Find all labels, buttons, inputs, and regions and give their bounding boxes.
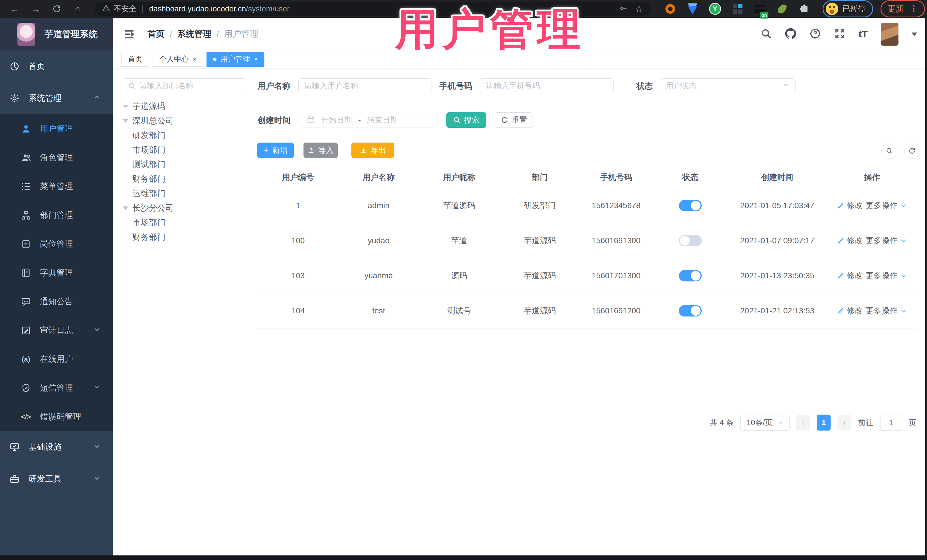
- status-toggle[interactable]: [679, 200, 702, 211]
- sidebar-item-online-users[interactable]: (a) 在线用户: [0, 345, 112, 373]
- edit-link[interactable]: 修改: [837, 270, 863, 281]
- browser-update-button[interactable]: 更新 ⋮: [880, 0, 925, 17]
- extensions-puzzle-icon[interactable]: [799, 3, 810, 15]
- app-logo[interactable]: 芋道管理系统: [0, 18, 112, 50]
- browser-back-icon[interactable]: ←: [8, 2, 21, 15]
- browser-menu-dots-icon[interactable]: ⋮: [909, 6, 918, 11]
- tree-caret-icon[interactable]: [123, 206, 132, 210]
- sidebar-item-sms[interactable]: 短信管理: [0, 373, 112, 402]
- add-button[interactable]: + 新增: [257, 143, 294, 158]
- chevron-up-icon: [93, 94, 101, 103]
- not-secure-label[interactable]: 不安全: [114, 4, 137, 14]
- tree-node[interactable]: 财务部门: [123, 171, 254, 186]
- tab-user-management[interactable]: 用户管理 ×: [207, 52, 264, 67]
- status-toggle[interactable]: [679, 270, 702, 281]
- sidebar-item-system[interactable]: 系统管理: [0, 82, 112, 114]
- extension-leaf-icon[interactable]: [777, 3, 788, 15]
- extension-gem-icon[interactable]: [687, 3, 698, 15]
- search-button[interactable]: 搜索: [447, 112, 486, 128]
- bookmark-star-icon[interactable]: ☆: [635, 3, 643, 15]
- sidebar-item-error-codes[interactable]: </> 错误码管理: [0, 402, 112, 431]
- sidebar-item-departments[interactable]: 部门管理: [0, 201, 112, 229]
- help-icon[interactable]: [810, 28, 821, 41]
- status-select[interactable]: 用户状态: [660, 78, 795, 93]
- extension-green-icon[interactable]: Y: [709, 3, 721, 15]
- browser-home-icon[interactable]: ⌂: [71, 2, 84, 15]
- sidebar-item-posts[interactable]: 岗位管理: [0, 229, 112, 258]
- sidebar-item-audit-log[interactable]: 审计日志: [0, 316, 112, 345]
- more-actions-dropdown[interactable]: 更多操作: [866, 235, 907, 246]
- tree-node[interactable]: 市场部门: [123, 143, 254, 157]
- tree-node-label: 市场部门: [132, 144, 166, 156]
- status-toggle[interactable]: [679, 305, 702, 317]
- tree-caret-icon[interactable]: [123, 119, 132, 123]
- github-icon[interactable]: [785, 28, 796, 41]
- more-actions-dropdown[interactable]: 更多操作: [866, 270, 907, 281]
- show-search-toggle-button[interactable]: [881, 143, 897, 159]
- tree-node[interactable]: 市场部门: [123, 215, 254, 230]
- tree-node[interactable]: 芋道源码: [123, 99, 254, 114]
- tree-node[interactable]: 运维部门: [123, 186, 254, 201]
- pen-icon: [837, 307, 845, 314]
- extension-grid-icon[interactable]: [732, 3, 743, 15]
- close-tab-icon[interactable]: ×: [193, 56, 196, 63]
- password-key-icon[interactable]: [619, 4, 628, 14]
- sidebar-item-label: 部门管理: [40, 209, 73, 221]
- avatar-caret-down-icon[interactable]: [912, 32, 917, 36]
- tree-node[interactable]: 财务部门: [123, 230, 254, 244]
- sidebar-item-home[interactable]: 首页: [0, 50, 112, 82]
- tree-node[interactable]: 长沙分公司: [123, 201, 254, 215]
- status-toggle[interactable]: [679, 235, 702, 246]
- import-button[interactable]: 导入: [304, 143, 338, 158]
- user-icon: [21, 123, 31, 134]
- table-header-row: 用户编号 用户名称 用户昵称 部门 手机号码 状态 创建时间 操作: [257, 167, 917, 188]
- fullscreen-icon[interactable]: [834, 28, 845, 41]
- tree-caret-icon[interactable]: [123, 105, 132, 108]
- user-avatar[interactable]: [881, 23, 898, 46]
- profile-emoji-avatar: [826, 3, 838, 15]
- url-host[interactable]: dashboard.yudao.iocoder.cn: [149, 5, 246, 14]
- tab-profile[interactable]: 个人中心 ×: [153, 52, 203, 67]
- edit-link[interactable]: 修改: [837, 200, 863, 211]
- more-actions-dropdown[interactable]: 更多操作: [866, 200, 907, 211]
- sidebar-item-notices[interactable]: 通知公告: [0, 287, 112, 316]
- date-range-input[interactable]: 开始日期 - 结束日期: [301, 112, 438, 127]
- mobile-input[interactable]: 请输入手机号码: [480, 78, 614, 93]
- sidebar-item-infrastructure[interactable]: 基础设施: [0, 431, 112, 463]
- next-page-button[interactable]: ›: [837, 414, 851, 431]
- search-icon[interactable]: [760, 28, 772, 41]
- more-actions-dropdown[interactable]: 更多操作: [866, 305, 907, 316]
- page-size-select[interactable]: 10条/页: [740, 414, 790, 431]
- browser-reload-icon[interactable]: [50, 2, 63, 15]
- edit-link[interactable]: 修改: [837, 305, 863, 316]
- browser-forward-icon[interactable]: →: [29, 2, 42, 15]
- extension-ring-icon[interactable]: [664, 3, 676, 15]
- extension-list-icon[interactable]: on: [754, 3, 766, 15]
- breadcrumb-home[interactable]: 首页: [147, 28, 164, 40]
- breadcrumb-system[interactable]: 系统管理: [177, 28, 211, 40]
- page-1-button[interactable]: 1: [817, 414, 831, 431]
- hamburger-icon[interactable]: [123, 29, 135, 40]
- export-button[interactable]: 导出: [351, 143, 394, 158]
- tree-node[interactable]: 研发部门: [123, 128, 254, 143]
- sidebar-item-users[interactable]: 用户管理: [0, 114, 112, 143]
- browser-profile-button[interactable]: 已暂停: [823, 0, 873, 17]
- tree-node-label: 市场部门: [132, 217, 166, 228]
- prev-page-button[interactable]: ‹: [796, 414, 810, 431]
- tab-home[interactable]: 首页: [121, 52, 149, 67]
- dept-search-input[interactable]: 请输入部门名称: [123, 78, 245, 93]
- sidebar-item-menus[interactable]: 菜单管理: [0, 172, 112, 201]
- sidebar-item-dev-tools[interactable]: 研发工具: [0, 463, 112, 495]
- edit-link[interactable]: 修改: [837, 235, 863, 246]
- reset-button[interactable]: 重置: [495, 112, 533, 128]
- tree-node[interactable]: 测试部门: [123, 157, 254, 171]
- sidebar-item-roles[interactable]: 角色管理: [0, 143, 112, 172]
- tree-node[interactable]: 深圳总公司: [123, 114, 254, 128]
- goto-page-input[interactable]: 1: [880, 414, 902, 431]
- refresh-table-button[interactable]: [904, 143, 920, 159]
- sidebar-item-dict[interactable]: 字典管理: [0, 258, 112, 287]
- username-input[interactable]: 请输入用户名称: [298, 78, 432, 93]
- close-tab-icon[interactable]: ×: [254, 56, 258, 63]
- font-size-icon[interactable]: tT: [859, 29, 868, 39]
- col-status: 状态: [653, 172, 727, 183]
